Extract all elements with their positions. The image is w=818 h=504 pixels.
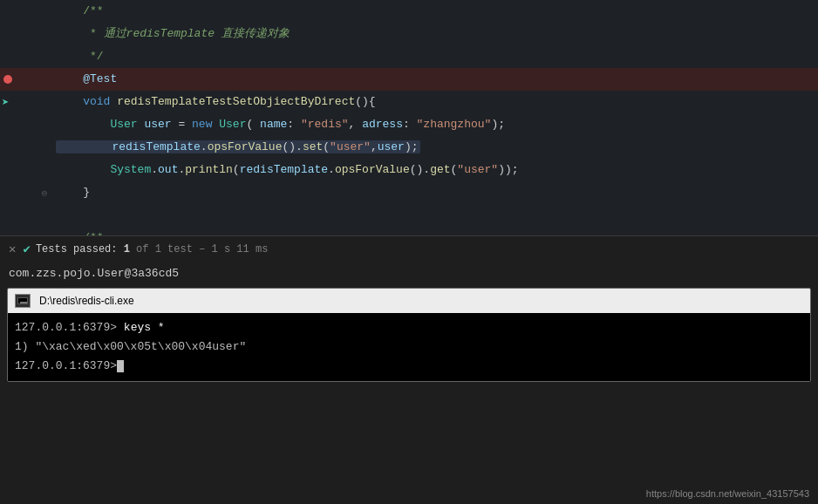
test-result-text: Tests passed: 1 of 1 test – 1 s 11 ms	[36, 243, 268, 255]
close-icon[interactable]: ✕	[9, 242, 16, 256]
code-line: System.out.println(redisTemplate.opsForV…	[0, 159, 818, 181]
test-result-bar: ✕ ✔ Tests passed: 1 of 1 test – 1 s 11 m…	[0, 235, 818, 262]
fold-gutter: ⊕	[37, 233, 52, 236]
tests-passed-label: Tests passed:	[36, 243, 118, 255]
redis-prompt-1: 127.0.0.1:6379>	[15, 321, 117, 334]
code-content: System.out.println(redisTemplate.opsForV…	[52, 159, 818, 181]
code-line-highlighted-bg: redisTemplate.opsForValue().set("user",u…	[0, 136, 818, 159]
breakpoint-indicator	[3, 75, 12, 84]
code-line: * 通过redisTemplate 直接传递对象	[0, 23, 818, 45]
code-line: User user = new User( name: "redis", adr…	[0, 113, 818, 136]
test-of: of 1 test	[136, 243, 193, 255]
redis-cursor	[117, 360, 124, 372]
redis-line3: 127.0.0.1:6379>	[15, 357, 803, 376]
execution-arrow: ➤	[2, 95, 9, 110]
watermark: https://blog.csdn.net/weixin_43157543	[646, 488, 809, 499]
code-content: * 通过redisTemplate 直接传递对象	[52, 23, 818, 45]
test-count: 1	[124, 243, 130, 255]
fold-gutter: ⊖	[37, 187, 52, 199]
code-line: ⊖ }	[0, 181, 818, 204]
test-time: – 1 s 11 ms	[199, 243, 268, 255]
redis-prompt-2: 127.0.0.1:6379>	[15, 359, 117, 372]
code-line: */	[0, 45, 818, 68]
code-line-arrow: ➤ void redisTemplateTestSetObjiectByDire…	[0, 91, 818, 113]
redis-titlebar: D:\redis\redis-cli.exe	[8, 289, 810, 313]
code-content: @Test	[52, 68, 818, 91]
redis-title-text: D:\redis\redis-cli.exe	[39, 295, 134, 307]
output-text: com.zzs.pojo.User@3a36cd5	[9, 267, 179, 280]
redis-cmd: keys *	[117, 321, 165, 334]
watermark-text: https://blog.csdn.net/weixin_43157543	[646, 488, 809, 499]
redis-content: 127.0.0.1:6379> keys * 1) "\xac\xed\x00\…	[8, 313, 810, 381]
code-content: redisTemplate.opsForValue().set("user",u…	[52, 136, 818, 159]
code-content	[52, 204, 818, 227]
code-content: }	[52, 181, 818, 204]
code-line: ⊕ /**	[0, 227, 818, 235]
code-content: User user = new User( name: "redis", adr…	[52, 113, 818, 136]
code-content: /**	[52, 227, 818, 235]
redis-line1: 127.0.0.1:6379> keys *	[15, 318, 803, 337]
redis-window-icon	[15, 294, 31, 308]
test-pass-icon: ✔	[23, 242, 30, 256]
output-area: com.zzs.pojo.User@3a36cd5	[0, 262, 818, 284]
code-content: */	[52, 45, 818, 68]
code-content: /**	[52, 0, 818, 23]
editor-area: /** * 通过redisTemplate 直接传递对象 */ @Test ➤ …	[0, 0, 818, 235]
redis-line2: 1) "\xac\xed\x00\x05t\x00\x04user"	[15, 337, 803, 357]
redis-output: 1) "\xac\xed\x00\x05t\x00\x04user"	[15, 340, 246, 353]
code-line	[0, 204, 818, 227]
code-line: /**	[0, 0, 818, 23]
code-content: void redisTemplateTestSetObjiectByDirect…	[52, 91, 818, 113]
code-line-breakpoint: @Test	[0, 68, 818, 91]
redis-cli-window[interactable]: D:\redis\redis-cli.exe 127.0.0.1:6379> k…	[7, 288, 811, 382]
